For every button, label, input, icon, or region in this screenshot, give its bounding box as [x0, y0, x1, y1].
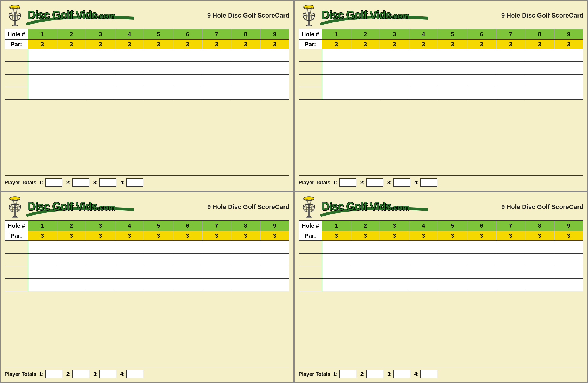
- score-p4-h3[interactable]: [86, 278, 115, 291]
- score-p4-h6[interactable]: [173, 87, 202, 100]
- score-p4-h6[interactable]: [173, 278, 202, 291]
- score-p3-h9[interactable]: [554, 74, 583, 87]
- score-p1-h4[interactable]: [409, 241, 438, 253]
- total-box-3[interactable]: [393, 370, 410, 378]
- score-p2-h7[interactable]: [496, 62, 525, 74]
- score-p2-h8[interactable]: [231, 62, 260, 74]
- score-p1-h6[interactable]: [467, 49, 496, 62]
- score-p4-h8[interactable]: [231, 278, 260, 291]
- score-p2-h5[interactable]: [144, 253, 173, 266]
- score-p1-h9[interactable]: [554, 241, 583, 253]
- score-p4-h8[interactable]: [231, 87, 260, 100]
- score-p3-h3[interactable]: [86, 74, 115, 87]
- total-box-4[interactable]: [126, 178, 143, 187]
- score-p1-h3[interactable]: [86, 241, 115, 253]
- score-p4-h9[interactable]: [554, 278, 583, 291]
- score-p3-h3[interactable]: [380, 266, 409, 278]
- score-p2-h8[interactable]: [525, 62, 554, 74]
- score-p2-h5[interactable]: [144, 62, 173, 74]
- score-p2-h6[interactable]: [467, 253, 496, 266]
- score-p4-h6[interactable]: [467, 278, 496, 291]
- score-p3-h4[interactable]: [409, 74, 438, 87]
- score-p3-h5[interactable]: [438, 74, 467, 87]
- score-p4-h5[interactable]: [144, 278, 173, 291]
- score-p3-h7[interactable]: [496, 74, 525, 87]
- player-name-cell-1[interactable]: [5, 49, 28, 62]
- player-name-cell-4[interactable]: [5, 87, 28, 100]
- score-p3-h7[interactable]: [202, 266, 231, 278]
- score-p3-h6[interactable]: [467, 266, 496, 278]
- player-name-cell-3[interactable]: [5, 74, 28, 87]
- score-p4-h5[interactable]: [438, 87, 467, 100]
- score-p4-h2[interactable]: [57, 87, 86, 100]
- score-p1-h6[interactable]: [173, 241, 202, 253]
- score-p2-h2[interactable]: [57, 253, 86, 266]
- score-p1-h1[interactable]: [322, 241, 351, 253]
- score-p1-h3[interactable]: [86, 49, 115, 62]
- score-p2-h5[interactable]: [438, 253, 467, 266]
- score-p4-h4[interactable]: [409, 278, 438, 291]
- score-p2-h2[interactable]: [57, 62, 86, 74]
- score-p2-h4[interactable]: [409, 62, 438, 74]
- score-p2-h1[interactable]: [28, 62, 57, 74]
- score-p3-h2[interactable]: [351, 266, 380, 278]
- player-name-cell-3[interactable]: [5, 266, 28, 278]
- score-p2-h1[interactable]: [322, 62, 351, 74]
- score-p4-h9[interactable]: [554, 87, 583, 100]
- score-p3-h6[interactable]: [467, 74, 496, 87]
- score-p1-h1[interactable]: [28, 241, 57, 253]
- player-name-cell-2[interactable]: [299, 62, 322, 74]
- score-p4-h7[interactable]: [496, 87, 525, 100]
- score-p1-h8[interactable]: [231, 241, 260, 253]
- player-name-cell-1[interactable]: [299, 49, 322, 62]
- score-p3-h8[interactable]: [231, 74, 260, 87]
- total-box-1[interactable]: [339, 370, 356, 378]
- total-box-4[interactable]: [420, 178, 437, 187]
- score-p1-h9[interactable]: [554, 49, 583, 62]
- score-p1-h7[interactable]: [496, 49, 525, 62]
- score-p3-h2[interactable]: [57, 266, 86, 278]
- score-p4-h9[interactable]: [260, 87, 289, 100]
- score-p1-h6[interactable]: [173, 49, 202, 62]
- score-p3-h5[interactable]: [438, 266, 467, 278]
- score-p3-h3[interactable]: [86, 266, 115, 278]
- score-p4-h3[interactable]: [86, 87, 115, 100]
- score-p1-h7[interactable]: [202, 49, 231, 62]
- score-p1-h4[interactable]: [115, 241, 144, 253]
- score-p4-h1[interactable]: [28, 278, 57, 291]
- score-p3-h6[interactable]: [173, 266, 202, 278]
- score-p4-h7[interactable]: [496, 278, 525, 291]
- total-box-2[interactable]: [366, 178, 383, 187]
- score-p4-h7[interactable]: [202, 278, 231, 291]
- score-p1-h2[interactable]: [351, 241, 380, 253]
- score-p2-h9[interactable]: [554, 253, 583, 266]
- score-p3-h1[interactable]: [28, 266, 57, 278]
- score-p2-h9[interactable]: [260, 62, 289, 74]
- total-box-3[interactable]: [99, 178, 116, 187]
- total-box-4[interactable]: [420, 370, 437, 378]
- player-name-cell-4[interactable]: [5, 278, 28, 291]
- score-p4-h9[interactable]: [260, 278, 289, 291]
- score-p3-h5[interactable]: [144, 266, 173, 278]
- score-p3-h5[interactable]: [144, 74, 173, 87]
- score-p3-h4[interactable]: [409, 266, 438, 278]
- score-p4-h2[interactable]: [351, 278, 380, 291]
- score-p2-h7[interactable]: [496, 253, 525, 266]
- score-p3-h8[interactable]: [525, 74, 554, 87]
- score-p2-h2[interactable]: [351, 62, 380, 74]
- score-p1-h5[interactable]: [438, 49, 467, 62]
- score-p4-h3[interactable]: [380, 87, 409, 100]
- score-p2-h1[interactable]: [322, 253, 351, 266]
- score-p2-h3[interactable]: [86, 62, 115, 74]
- score-p1-h9[interactable]: [260, 241, 289, 253]
- score-p2-h7[interactable]: [202, 62, 231, 74]
- score-p3-h7[interactable]: [496, 266, 525, 278]
- score-p1-h8[interactable]: [525, 49, 554, 62]
- score-p4-h5[interactable]: [144, 87, 173, 100]
- score-p1-h6[interactable]: [467, 241, 496, 253]
- total-box-1[interactable]: [339, 178, 356, 187]
- total-box-2[interactable]: [366, 370, 383, 378]
- score-p4-h2[interactable]: [57, 278, 86, 291]
- score-p1-h7[interactable]: [496, 241, 525, 253]
- score-p4-h1[interactable]: [322, 87, 351, 100]
